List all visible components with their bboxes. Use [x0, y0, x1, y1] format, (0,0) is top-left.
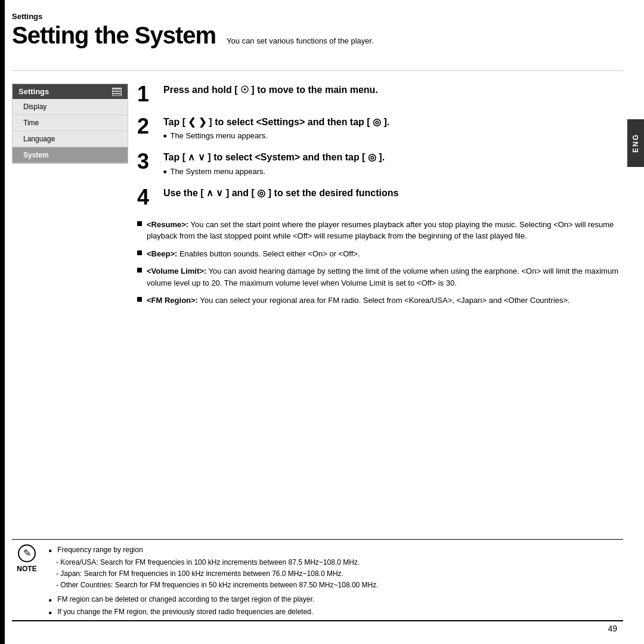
step-3-text: Tap [ ∧ ∨ ] to select <System> and then …	[163, 151, 623, 164]
steps-area: 1 Press and hold [ ☉ ] to move to the ma…	[137, 83, 623, 312]
header-settings-label: Settings	[12, 12, 623, 21]
bullet-volume-limit: <Volume Limit>: You can avoid hearing da…	[137, 265, 623, 289]
note-content: Frequency range by region - Korea/USA: S…	[49, 544, 623, 619]
left-bar	[0, 0, 5, 644]
note-extra-2-line: If you change the FM region, the previou…	[49, 606, 623, 618]
step-2-number: 2	[137, 116, 159, 137]
note-pencil-icon: ✎	[18, 544, 36, 562]
menu-item-language[interactable]: Language	[13, 131, 128, 147]
eng-label: ENG	[631, 134, 640, 153]
menu-item-system[interactable]: System	[13, 147, 128, 163]
step-2-text: Tap [ ❮ ❯ ] to select <Settings> and the…	[163, 116, 623, 129]
eng-tab: ENG	[627, 119, 644, 167]
note-extra-2: If you change the FM region, the previou…	[57, 606, 313, 618]
step-1-text: Press and hold [ ☉ ] to move to the main…	[163, 83, 623, 97]
note-freq-header-line: Frequency range by region	[49, 544, 623, 556]
page-title: Setting the System	[12, 22, 216, 49]
note-extra-2-bullet	[49, 606, 54, 618]
bullet-volume-text: <Volume Limit>: You can avoid hearing da…	[147, 265, 623, 289]
bullet-fm-text: <FM Region>: You can select your regiona…	[147, 295, 570, 306]
bullet-beep-text: <Beep>: Enables button sounds. Select ei…	[147, 248, 360, 260]
note-label: NOTE	[17, 565, 36, 573]
header: Settings Setting the System You can set …	[12, 12, 623, 49]
note-top-line	[12, 539, 623, 540]
step-1: 1 Press and hold [ ☉ ] to move to the ma…	[137, 83, 623, 105]
note-extra-1-line: FM region can be deleted or changed acco…	[49, 594, 623, 605]
header-subtitle: You can set various functions of the pla…	[227, 36, 374, 45]
bullet-beep: <Beep>: Enables button sounds. Select ei…	[137, 248, 623, 260]
note-freq-bullet	[49, 544, 54, 556]
bullet-square-volume	[137, 268, 142, 273]
step-1-number: 1	[137, 83, 159, 105]
step-2: 2 Tap [ ❮ ❯ ] to select <Settings> and t…	[137, 116, 623, 140]
note-inner: ✎ NOTE Frequency range by region - Korea…	[12, 544, 623, 619]
step-3: 3 Tap [ ∧ ∨ ] to select <System> and the…	[137, 151, 623, 175]
step-4-text: Use the [ ∧ ∨ ] and [ ◎ ] to set the des…	[163, 187, 623, 200]
note-region-japan: - Japan: Search for FM frequencies in 10…	[56, 568, 623, 580]
note-icon-area: ✎ NOTE	[12, 544, 42, 573]
bullet-square-resume	[137, 221, 142, 226]
step-3-number: 3	[137, 151, 159, 172]
step-1-content: Press and hold [ ☉ ] to move to the main…	[163, 83, 623, 97]
menu-icon	[112, 88, 122, 96]
menu-item-time[interactable]: Time	[13, 115, 128, 131]
note-extra-1: FM region can be deleted or changed acco…	[57, 594, 314, 605]
bullet-square-fm	[137, 297, 142, 302]
bullet-resume: <Resume>: You can set the start point wh…	[137, 219, 623, 242]
note-region-korea: - Korea/USA: Search for FM frequencies i…	[56, 557, 623, 568]
step-2-note: The Settings menu appears.	[163, 131, 623, 140]
menu-panel-header: Settings	[13, 84, 128, 99]
page-number: 49	[608, 624, 617, 633]
top-divider	[12, 70, 623, 71]
bullet-list: <Resume>: You can set the start point wh…	[137, 219, 623, 306]
menu-panel: Settings Display Time Language System	[12, 83, 128, 164]
menu-title: Settings	[18, 87, 49, 96]
step-4-content: Use the [ ∧ ∨ ] and [ ◎ ] to set the des…	[163, 187, 623, 200]
note-extra-1-bullet	[49, 594, 54, 605]
note-box: ✎ NOTE Frequency range by region - Korea…	[12, 539, 623, 619]
note-region-other: - Other Countries: Search for FM frequen…	[56, 580, 623, 591]
step-4: 4 Use the [ ∧ ∨ ] and [ ◎ ] to set the d…	[137, 187, 623, 208]
main-content: Settings Display Time Language System 1 …	[12, 78, 623, 619]
menu-item-display[interactable]: Display	[13, 99, 128, 115]
bullet-square-beep	[137, 250, 142, 255]
bullet-resume-text: <Resume>: You can set the start point wh…	[147, 219, 623, 242]
step-3-content: Tap [ ∧ ∨ ] to select <System> and then …	[163, 151, 623, 175]
step-2-content: Tap [ ❮ ❯ ] to select <Settings> and the…	[163, 116, 623, 140]
bottom-line	[12, 620, 623, 621]
step-4-number: 4	[137, 187, 159, 208]
bullet-fm-region: <FM Region>: You can select your regiona…	[137, 295, 623, 306]
step-3-note: The System menu appears.	[163, 167, 623, 176]
note-freq-header: Frequency range by region	[57, 544, 143, 556]
